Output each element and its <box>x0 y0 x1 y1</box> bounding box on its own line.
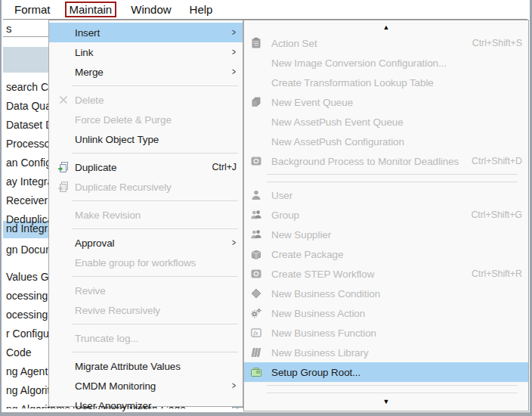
menu-item-label: Insert <box>75 27 100 39</box>
menu-item-label: Migrate Attribute Values <box>75 361 181 372</box>
shortcut-label: Ctrl+Shift+S <box>465 38 522 48</box>
menu-item-enable-group-for-workflows: Enable group for workflows <box>49 253 243 272</box>
menu-item-label: Delete <box>75 95 104 106</box>
menu-separator <box>72 85 238 86</box>
menu-item-label: New Business Function <box>271 328 376 339</box>
menu-item-label: Make Revision <box>75 210 141 221</box>
menu-item-label: User <box>271 190 292 201</box>
tree-item-dataset-d[interactable]: Dataset D <box>6 119 53 131</box>
insert-submenu: ▲Action SetCtrl+Shift+SNew Image Convers… <box>243 20 529 411</box>
menu-item-unlink-object-type[interactable]: Unlink Object Type <box>49 129 243 149</box>
scroll-up-arrow-icon[interactable]: ▲ <box>244 22 528 33</box>
menubar-item-format[interactable]: Format <box>11 2 54 17</box>
menubar-item-window[interactable]: Window <box>127 2 175 17</box>
group-icon <box>250 228 265 241</box>
tree-item-ay-integra[interactable]: ay Integra <box>6 175 53 188</box>
duplicate-icon <box>52 161 75 173</box>
function-icon: fx <box>250 327 265 339</box>
menu-item-label: Force Delete & Purge <box>75 114 172 126</box>
setup-group-root-icon <box>250 366 265 378</box>
menu-item-label: CMDM Monitoring <box>75 380 156 392</box>
menu-item-setup-group-root[interactable]: Setup Group Root... <box>244 362 528 382</box>
menu-item-label: Revive Recursively <box>75 305 160 316</box>
tree-item-r-configur[interactable]: r Configur <box>6 328 52 340</box>
menu-item-label: Duplicate Recursively <box>75 182 172 193</box>
submenu-arrow-icon: > <box>232 237 236 248</box>
menu-item-label: Background Process to Monitor Deadlines <box>271 156 459 167</box>
svg-text:fx: fx <box>253 329 258 337</box>
menu-item-make-revision: Make Revision <box>49 205 243 225</box>
menu-item-user: User <box>244 185 528 205</box>
menu-item-label: Truncate log... <box>75 333 138 344</box>
menu-item-link[interactable]: Link> <box>49 42 243 62</box>
tree-item-ng-agent[interactable]: ng Agent <box>6 365 48 377</box>
shortcut-label: Ctrl+Shift+D <box>464 156 522 166</box>
menu-item-migrate-attribute-values[interactable]: Migrate Attribute Values <box>49 356 243 376</box>
menu-separator <box>72 324 238 324</box>
package-icon <box>250 248 265 260</box>
menu-item-new-business-function: fxNew Business Function <box>244 323 528 343</box>
menu-item-label: Revive <box>75 285 106 296</box>
menu-item-new-business-action: New Business Action <box>244 303 528 323</box>
group-icon <box>250 209 265 221</box>
scroll-down-arrow-icon[interactable]: ▼ <box>244 396 528 408</box>
menu-item-duplicate-recursively: Duplicate Recursively <box>49 177 243 197</box>
menu-item-label: Approval <box>75 237 114 249</box>
tree-item-nd-integra[interactable]: nd Integra <box>6 222 54 234</box>
menu-item-label: Link <box>75 47 93 58</box>
menu-item-duplicate[interactable]: DuplicateCtrl+J <box>49 157 243 177</box>
menu-separator <box>72 276 238 277</box>
tree-item-ng-algorit[interactable]: ng Algorit <box>6 384 50 396</box>
menu-item-create-transformation-lookup-table: Create Transformation Lookup Table <box>244 73 528 92</box>
menu-item-label: Setup Group Root... <box>271 367 360 378</box>
tree-item-values-gr[interactable]: Values Gr <box>6 271 52 283</box>
menu-item-action-set: Action SetCtrl+Shift+S <box>244 33 528 53</box>
menu-item-cmdm-monitoring[interactable]: CMDM Monitoring> <box>49 376 243 396</box>
menu-item-new-assetpush-event-queue: New AssetPush Event Queue <box>244 112 528 132</box>
menu-item-delete: Delete <box>49 90 243 110</box>
menu-item-label: New AssetPush Configuration <box>271 136 404 147</box>
menu-item-label: Unlink Object Type <box>75 134 159 145</box>
tree-item-search-co[interactable]: search Co <box>6 81 54 93</box>
background-process-icon <box>250 155 265 167</box>
shortcut-label: Ctrl+Shift+R <box>464 269 522 279</box>
menu-separator <box>72 200 238 201</box>
menu-separator <box>72 228 238 229</box>
menu-separator <box>72 352 238 352</box>
menu-item-create-step-workflow: Create STEP WorkflowCtrl+Shift+R <box>244 264 528 284</box>
menu-item-user-anonymizer[interactable]: User Anonymizer <box>49 396 243 415</box>
maintain-menu: Insert>Link>Merge>DeleteForce Delete & P… <box>48 20 243 407</box>
submenu-arrow-icon: > <box>232 67 236 77</box>
menubar-item-maintain[interactable]: Maintain <box>65 2 117 17</box>
shortcut-label: Ctrl+J <box>205 162 237 172</box>
menu-item-new-event-queue: New Event Queue <box>244 92 528 112</box>
library-icon <box>250 346 265 359</box>
menu-item-label: Enable group for workflows <box>75 257 196 269</box>
menu-item-label: Action Set <box>271 38 317 49</box>
menu-item-insert[interactable]: Insert> <box>49 23 243 42</box>
condition-icon <box>250 287 265 300</box>
menu-item-label: New AssetPush Event Queue <box>271 116 404 128</box>
menu-item-new-business-condition: New Business Condition <box>244 284 528 303</box>
menu-item-truncate-log: Truncate log... <box>49 328 243 348</box>
tree-item-data-qual[interactable]: Data Qual <box>6 100 54 112</box>
submenu-arrow-icon: > <box>232 27 236 38</box>
menu-bar: FormatMaintainWindowHelp <box>3 0 527 20</box>
gears-icon <box>250 307 265 319</box>
workflow-icon <box>250 268 265 280</box>
menu-item-label: Duplicate <box>75 162 116 173</box>
menu-item-approval[interactable]: Approval> <box>49 233 243 253</box>
tree-item-gn-docum[interactable]: gn Docum <box>6 244 54 256</box>
menu-item-label: User Anonymizer <box>75 400 151 411</box>
shortcut-label: Ctrl+Shift+G <box>463 210 522 220</box>
tree-item-code[interactable]: Code <box>6 346 31 359</box>
menu-item-force-delete-purge: Force Delete & Purge <box>49 110 243 129</box>
action-set-icon <box>250 37 265 49</box>
menu-item-new-business-library: New Business Library <box>244 343 528 362</box>
menu-item-label: New Business Library <box>271 347 369 359</box>
menu-item-merge[interactable]: Merge> <box>49 62 243 82</box>
submenu-arrow-icon: > <box>232 380 236 391</box>
menubar-item-help[interactable]: Help <box>186 2 217 17</box>
tree-item-processor[interactable]: Processor <box>6 138 54 150</box>
menu-item-label: New Business Action <box>271 308 365 319</box>
